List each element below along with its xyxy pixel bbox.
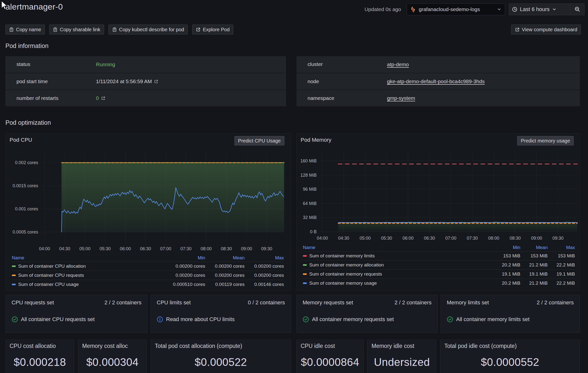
- series-max: 153 MiB: [548, 253, 575, 259]
- series-color-swatch: [12, 275, 16, 276]
- svg-text:08:30: 08:30: [510, 236, 521, 241]
- legend-header-name[interactable]: Name: [303, 245, 493, 250]
- series-name[interactable]: Sum of container CPU requests: [18, 273, 84, 278]
- series-max: 0.00200 cores: [245, 273, 284, 278]
- status-label: status: [16, 56, 30, 72]
- series-name[interactable]: Sum of container CPU usage: [18, 282, 79, 287]
- svg-text:0.0005 cores: 0.0005 cores: [13, 230, 38, 234]
- card-status-text: All container memory limits set: [456, 316, 529, 323]
- series-max: 22.2 MiB: [548, 262, 575, 268]
- pod-info-table-right: cluster atp-demo node gke-atp-demo-defau…: [296, 56, 580, 106]
- dashboard-page: alertmanager-0 Updated 0s ago grafanaclo…: [0, 0, 588, 373]
- namespace-link[interactable]: gmp-system: [387, 90, 415, 106]
- series-color-swatch: [12, 265, 16, 267]
- pod-start-time-label: pod start time: [16, 73, 48, 90]
- cluster-link[interactable]: atp-demo: [387, 56, 409, 73]
- card-value: $0.000304: [78, 356, 147, 368]
- svg-text:09:00: 09:00: [241, 246, 252, 251]
- series-mean: 0.00119 cores: [205, 282, 245, 287]
- series-max: 19.1 MiB: [548, 271, 575, 277]
- chevron-down-icon: [552, 7, 557, 12]
- cpu-requests-set-card: CPU requests set2 / 2 containers All con…: [5, 295, 148, 333]
- page-title: alertmanager-0: [5, 2, 63, 12]
- card-value: $0.0000552: [440, 356, 580, 368]
- explore-pod-button[interactable]: Explore Pod: [192, 25, 233, 34]
- series-name[interactable]: Sum of container memory usage: [309, 280, 377, 286]
- node-link[interactable]: gke-atp-demo-default-pool-bca4c989-3hds: [387, 73, 485, 90]
- copy-name-button[interactable]: Copy name: [5, 25, 45, 34]
- cpu-chart-plot[interactable]: 04:0004:3005:0005:3006:0006:3007:0007:30…: [6, 134, 291, 253]
- svg-text:09:30: 09:30: [553, 236, 564, 241]
- copy-sharable-link-label: Copy sharable link: [60, 27, 100, 32]
- memory-chart-plot[interactable]: 04:0004:3005:0005:3006:0006:3007:0007:30…: [297, 134, 580, 242]
- external-link-icon: [154, 79, 158, 84]
- pod-start-time-value[interactable]: 1/11/2024 at 5:56:59 AM: [96, 73, 158, 90]
- memory-requests-set-card: Memory requests set2 / 2 containers All …: [296, 295, 438, 333]
- table-row-status: status Running: [5, 56, 286, 73]
- copy-kubectl-describe-button[interactable]: Copy kubectl describe for pod: [108, 25, 188, 34]
- series-min: 19.1 MiB: [493, 271, 520, 277]
- time-range-button[interactable]: Last 6 hours: [509, 4, 570, 15]
- cpu-cost-allocation-card: CPU cost allocatio $0.000218: [5, 340, 74, 373]
- svg-text:160 MiB: 160 MiB: [300, 158, 317, 163]
- svg-text:0.0015 cores: 0.0015 cores: [13, 183, 38, 188]
- total-pod-idle-cost-card: Total pod idle cost (compute) $0.0000552: [440, 340, 580, 373]
- svg-text:0.001 cores: 0.001 cores: [15, 206, 38, 211]
- series-max: 0.00200 cores: [245, 264, 284, 269]
- series-min: 153 MiB: [493, 253, 520, 259]
- series-max: 0.00146 cores: [245, 282, 284, 287]
- clipboard-icon: [53, 27, 58, 32]
- status-value: Running: [96, 56, 115, 73]
- series-min: 0.000510 cores: [166, 282, 205, 287]
- legend-header-min[interactable]: Min: [166, 255, 205, 261]
- memory-limits-set-card: Memory limits set2 / 2 containers All co…: [441, 295, 580, 333]
- card-title: Total pod idle cost (compute): [444, 343, 579, 349]
- legend-row-cpu-allocation: Sum of container CPU allocation 0.00200 …: [12, 262, 284, 271]
- card-value: $0.000218: [6, 356, 74, 368]
- series-name[interactable]: Sum of container memory requests: [309, 271, 382, 277]
- series-name[interactable]: Sum of container CPU allocation: [18, 264, 86, 269]
- series-name[interactable]: Sum of container memory allocation: [309, 262, 384, 268]
- series-mean: 21.2 MiB: [520, 262, 548, 268]
- external-link-icon: [101, 96, 105, 100]
- external-link-icon: [196, 27, 201, 32]
- legend-header-mean[interactable]: Mean: [205, 255, 245, 261]
- legend-header-mean[interactable]: Mean: [520, 245, 548, 250]
- svg-text:08:00: 08:00: [201, 246, 212, 251]
- card-status-text: All container memory requests set: [312, 316, 394, 323]
- svg-text:05:00: 05:00: [360, 236, 371, 241]
- svg-text:0.002 cores: 0.002 cores: [15, 160, 38, 165]
- svg-text:0 B: 0 B: [310, 229, 317, 234]
- svg-text:04:30: 04:30: [59, 246, 70, 251]
- card-status-text[interactable]: Read more about CPU limits: [166, 316, 235, 323]
- svg-text:05:00: 05:00: [79, 246, 91, 251]
- legend-row-memory-usage: Sum of container memory usage 20.2 MiB 2…: [303, 279, 575, 288]
- card-title: Memory cost alloc: [82, 343, 146, 349]
- check-circle-icon: [303, 316, 309, 323]
- zoom-out-time-button[interactable]: [570, 4, 584, 15]
- svg-text:32 MiB: 32 MiB: [303, 215, 317, 220]
- datasource-picker[interactable]: grafanacloud-sedemo-logs: [407, 3, 505, 15]
- node-label: node: [308, 73, 319, 90]
- toolbar: Copy name Copy sharable link Copy kubect…: [5, 25, 233, 34]
- legend-header-name[interactable]: Name: [12, 255, 166, 261]
- svg-text:09:00: 09:00: [531, 236, 542, 241]
- svg-text:128 MiB: 128 MiB: [300, 173, 317, 178]
- legend-header-max[interactable]: Max: [245, 255, 284, 261]
- legend-header-max[interactable]: Max: [548, 245, 575, 250]
- copy-sharable-link-button[interactable]: Copy sharable link: [49, 25, 104, 34]
- card-count: 0 / 2 containers: [248, 299, 285, 306]
- series-mean: 0.00200 cores: [205, 273, 245, 278]
- view-compute-dashboard-button[interactable]: View compute dashboard: [511, 25, 581, 34]
- restarts-value[interactable]: 0: [96, 90, 105, 106]
- clock-icon: [512, 7, 517, 12]
- pod-cpu-panel: Pod CPU Predict CPU Usage 04:0004:3005:0…: [5, 133, 291, 291]
- time-range-picker: Last 6 hours: [509, 3, 585, 15]
- legend-header-min[interactable]: Min: [493, 245, 520, 250]
- svg-text:06:00: 06:00: [402, 236, 414, 241]
- cpu-limits-set-card: CPU limits set0 / 2 containers Read more…: [151, 295, 291, 333]
- series-name[interactable]: Sum of container memory limits: [309, 253, 375, 259]
- copy-name-label: Copy name: [16, 27, 41, 32]
- copy-kubectl-describe-label: Copy kubectl describe for pod: [119, 27, 184, 32]
- svg-text:04:00: 04:00: [317, 236, 328, 241]
